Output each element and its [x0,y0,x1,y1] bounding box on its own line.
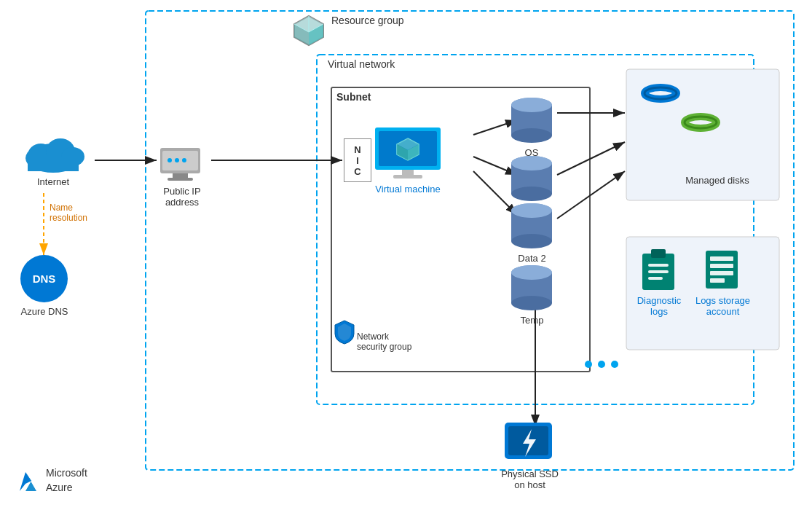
public-ip-label: Public IPaddress [153,186,211,208]
svg-rect-72 [648,277,663,280]
temp-disk-label: Temp [508,315,556,326]
physical-ssd-label: Physical SSDon host [495,468,564,490]
svg-point-51 [511,98,552,112]
svg-rect-71 [648,270,669,273]
svg-point-37 [182,158,186,162]
svg-line-11 [557,142,625,175]
internet-icon [20,128,86,178]
os-disk-icon [510,95,553,149]
resource-group-label: Resource group [331,15,404,26]
diagnostic-logs-label: Diagnosticlogs [630,295,688,317]
svg-line-12 [557,171,625,219]
public-ip-icon [157,142,204,185]
svg-rect-76 [710,271,733,275]
svg-rect-74 [710,256,733,261]
managed-disks-icon-blue [641,79,681,118]
svg-rect-38 [173,173,188,178]
svg-point-58 [511,234,552,248]
svg-rect-77 [710,278,725,283]
svg-point-59 [511,203,552,218]
svg-point-20 [611,361,618,368]
logs-storage-label: Logs storageaccount [692,295,754,317]
virtual-network-label: Virtual network [328,58,395,70]
managed-disks-icon-green [681,108,721,147]
svg-rect-70 [648,264,669,267]
azure-dns-label: Azure DNS [15,306,74,317]
svg-point-62 [511,296,552,310]
managed-disks-label: Managed disks [641,175,794,186]
virtual-machine-label: Virtual machine [371,184,444,195]
svg-rect-47 [393,175,422,178]
data2-disk-icon [510,200,553,254]
resource-group-icon [291,13,326,51]
temp-disk-icon [510,262,553,316]
internet-label: Internet [28,176,79,187]
nsg-label: Networksecurity group [357,332,415,352]
data1-disk-icon [510,153,553,207]
svg-rect-75 [710,264,733,268]
physical-ssd-icon [501,419,556,469]
svg-rect-39 [167,178,193,181]
diagnostic-logs-icon [639,248,677,294]
svg-rect-32 [28,157,79,171]
svg-rect-73 [706,251,738,289]
svg-point-63 [511,265,552,280]
nic-box: N I C [344,138,371,182]
svg-point-35 [167,158,172,162]
subnet-label: Subnet [336,91,371,103]
nsg-icon [334,319,355,348]
svg-point-55 [511,156,552,170]
name-resolution-label: Nameresolution [50,203,108,223]
microsoft-azure-logo: MicrosoftAzure [11,466,87,495]
azure-dns-icon: DNS [20,255,68,302]
virtual-machine-icon [371,124,444,185]
arrows-svg [0,0,812,510]
diagram-container: Resource group Virtual network Subnet In… [0,0,812,510]
svg-point-18 [585,361,592,368]
svg-rect-69 [651,249,666,258]
svg-rect-0 [146,11,794,470]
svg-point-36 [175,158,179,162]
svg-point-50 [511,128,552,143]
svg-rect-46 [402,170,414,176]
svg-point-19 [598,361,605,368]
logs-storage-icon [703,248,741,294]
svg-point-54 [511,187,552,201]
